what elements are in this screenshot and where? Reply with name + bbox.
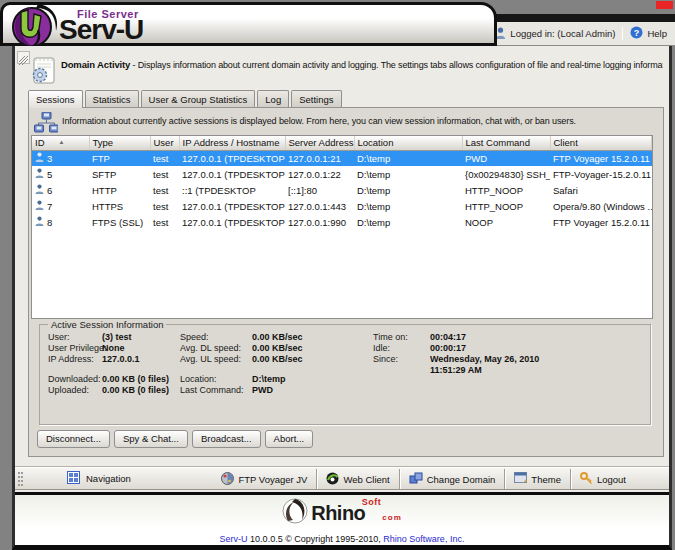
field-label: User: <box>48 332 70 342</box>
field-label: User Privilege: <box>48 343 107 353</box>
field-value: PWD <box>252 385 273 395</box>
disconnect-button[interactable]: Disconnect... <box>37 430 110 448</box>
column-header-last-command[interactable]: Last Command <box>462 136 550 150</box>
help-button[interactable]: ? Help <box>630 26 667 41</box>
tab-user-group-statistics[interactable]: User & Group Statistics <box>141 90 256 107</box>
active-session-information: Active Session Information User: (3) tes… <box>39 324 651 425</box>
field-label: Last Command: <box>180 385 244 395</box>
web-client-icon <box>326 472 339 487</box>
abort-button[interactable]: Abort... <box>265 430 314 448</box>
dotcom-wordmark: com <box>382 513 401 522</box>
table-row[interactable]: 8 FTPS (SSL)test 127.0.0.1 (TPDESKTOP127… <box>32 214 652 230</box>
session-user-icon <box>35 184 44 196</box>
field-label: Uploaded: <box>48 385 89 395</box>
table-row[interactable]: 6 HTTPtest ::1 (TPDESKTOP[::1]:80 D:\tem… <box>32 182 652 198</box>
page-title-text: Domain Activity <box>61 59 130 70</box>
session-user-icon <box>35 200 44 212</box>
field-label: IP Address: <box>48 354 94 364</box>
table-row[interactable]: 5 SFTPtest 127.0.0.1 (TPDESKTOP127.0.0.1… <box>32 166 652 182</box>
session-user-icon <box>35 152 44 164</box>
toolbar-grip-handle[interactable] <box>18 472 23 486</box>
sessions-info-text: Information about currently active sessi… <box>62 116 653 126</box>
corner-marker <box>656 1 673 9</box>
field-label: Downloaded: <box>48 374 101 384</box>
ftp-voyager-jv-button[interactable]: FTP Voyager JV <box>212 469 316 489</box>
field-value: None <box>102 343 125 353</box>
sort-asc-icon: ▲ <box>59 139 65 145</box>
sessions-table: ID▲ Type User IP Address / Hostname Serv… <box>31 135 653 319</box>
tab-settings[interactable]: Settings <box>291 90 341 107</box>
field-label: Since: <box>373 354 398 364</box>
field-label: Time on: <box>373 332 408 342</box>
table-row[interactable]: 7 HTTPStest 127.0.0.1 (TPDESKTOP127.0.0.… <box>32 198 652 214</box>
field-value: 11:51:29 AM <box>430 365 482 375</box>
field-label: Speed: <box>180 332 209 342</box>
table-row[interactable]: 3 FTPtest 127.0.0.1 (TPDESKTOP127.0.0.1:… <box>32 150 652 166</box>
column-header-ip[interactable]: IP Address / Hostname <box>179 136 285 150</box>
spy-chat-button[interactable]: Spy & Chat... <box>114 430 188 448</box>
navigation-button[interactable]: Navigation <box>67 471 131 486</box>
change-domain-label: Change Domain <box>427 474 496 485</box>
logged-in-status: Logged in: (Local Admin) <box>495 27 615 41</box>
ftp-voyager-label: FTP Voyager JV <box>238 474 307 485</box>
column-header-type[interactable]: Type <box>89 136 150 150</box>
web-client-button[interactable]: Web Client <box>316 469 398 489</box>
column-header-client[interactable]: Client <box>550 136 652 150</box>
web-client-label: Web Client <box>343 474 389 485</box>
copyright-line: Serv-U 10.0.0.5 © Copyright 1995-2010, R… <box>15 534 669 544</box>
change-domain-button[interactable]: Change Domain <box>399 469 505 489</box>
top-banner: Managing domain: (Test) Logged in: (Loca… <box>0 0 675 46</box>
bottom-toolbar: Navigation FTP Voyager JV Web Client Cha… <box>15 467 669 490</box>
tab-statistics[interactable]: Statistics <box>85 90 139 107</box>
session-actions: Disconnect... Spy & Chat... Broadcast...… <box>37 430 313 448</box>
field-label: Idle: <box>373 343 390 353</box>
tab-sessions[interactable]: Sessions <box>28 90 83 108</box>
theme-label: Theme <box>531 474 561 485</box>
navigation-label: Navigation <box>86 473 131 484</box>
rhino-circle-icon <box>282 498 308 528</box>
rhinosoft-logo: RhinoSoft com <box>15 498 669 528</box>
logout-label: Logout <box>597 474 626 485</box>
sessions-panel: Information about currently active sessi… <box>28 107 664 457</box>
field-value: 0.00 KB/sec <box>252 332 303 342</box>
broadcast-button[interactable]: Broadcast... <box>192 430 261 448</box>
field-value: 00:00:17 <box>430 343 466 353</box>
theme-icon <box>514 472 527 486</box>
column-header-user[interactable]: User <box>150 136 179 150</box>
field-value: D:\temp <box>252 374 286 384</box>
banner-info-bar: Managing domain: (Test) Logged in: (Loca… <box>497 22 675 46</box>
field-value: 0.00 KB/sec <box>252 354 303 364</box>
copyright-text: 10.0.0.5 © Copyright 1995-2010, <box>248 534 384 544</box>
field-value: 0.00 KB (0 files) <box>102 385 169 395</box>
field-value: 0.00 KB/sec <box>252 343 303 353</box>
field-value: (3) test <box>102 332 132 342</box>
navigation-grid-icon <box>67 471 80 486</box>
field-value: 0.00 KB (0 files) <box>102 374 169 384</box>
field-label: Location: <box>180 374 217 384</box>
fieldset-legend: Active Session Information <box>48 319 166 330</box>
column-header-server[interactable]: Server Address <box>285 136 354 150</box>
domain-activity-icon <box>30 55 57 89</box>
svg-text:?: ? <box>634 28 640 38</box>
column-header-location[interactable]: Location <box>354 136 462 150</box>
help-label: Help <box>647 28 667 39</box>
divider <box>622 27 623 40</box>
logo-plate: File Server Serv-U <box>0 2 497 46</box>
change-domain-icon <box>409 472 423 486</box>
company-link[interactable]: Rhino Software, Inc. <box>383 534 464 544</box>
soft-wordmark: Soft <box>362 497 382 507</box>
tab-log[interactable]: Log <box>257 90 289 107</box>
serv-u-link[interactable]: Serv-U <box>220 534 248 544</box>
toolbar-actions: FTP Voyager JV Web Client Change Domain … <box>212 469 635 489</box>
theme-button[interactable]: Theme <box>504 469 570 489</box>
rhino-wordmark: RhinoSoft <box>311 502 365 525</box>
table-header-row: ID▲ Type User IP Address / Hostname Serv… <box>32 136 652 150</box>
logout-button[interactable]: Logout <box>570 469 635 489</box>
main-window: Domain Activity - Displays information a… <box>12 46 672 550</box>
column-header-id[interactable]: ID▲ <box>32 136 89 150</box>
session-user-icon <box>35 216 44 228</box>
page-title-description: - Displays information about current dom… <box>133 60 663 70</box>
logout-key-icon <box>580 472 593 487</box>
collapse-handle-icon[interactable] <box>17 51 30 64</box>
brand-title: Serv-U <box>59 14 143 46</box>
